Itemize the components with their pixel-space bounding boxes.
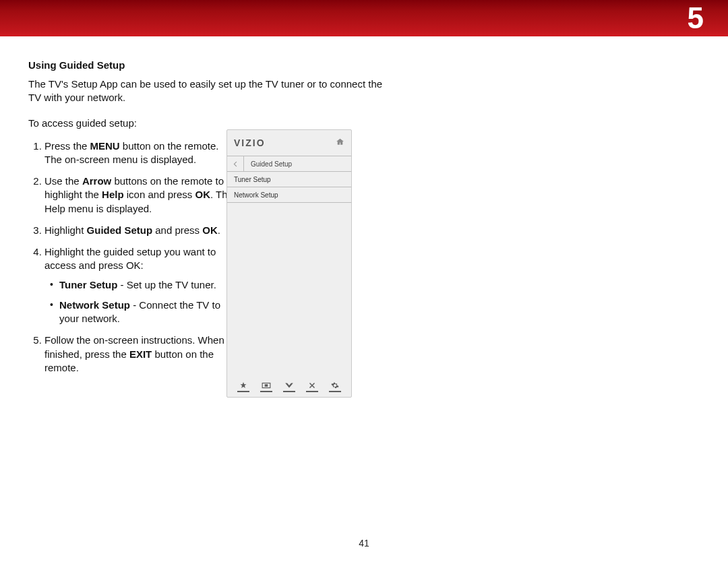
close-icon	[305, 381, 319, 392]
step-4: Highlight the guided setup you want to a…	[44, 245, 233, 325]
tv-menu-header: VIZIO	[227, 130, 351, 156]
section-title: Using Guided Setup	[28, 59, 446, 71]
section-lead: To access guided setup:	[28, 117, 446, 129]
bullet-tuner-setup: Tuner Setup - Set up the TV tuner.	[50, 278, 233, 292]
step-1: Press the MENU button on the remote. The…	[44, 139, 233, 167]
star-icon	[237, 381, 250, 392]
bullet-network-setup: Network Setup - Connect the TV to your n…	[50, 299, 233, 326]
home-icon	[336, 137, 344, 149]
menu-item-network-setup: Network Setup	[227, 187, 351, 203]
breadcrumb-row: Guided Setup	[227, 156, 351, 172]
svg-rect-1	[265, 385, 268, 386]
chapter-number: 5	[688, 1, 704, 35]
step-5: Follow the on-screen instructions. When …	[44, 334, 233, 375]
v-logo-icon	[282, 381, 296, 392]
menu-spacer	[227, 203, 351, 377]
steps-list: Press the MENU button on the remote. The…	[28, 139, 233, 375]
menu-item-tuner-setup: Tuner Setup	[227, 172, 351, 187]
step-4-bullets: Tuner Setup - Set up the TV tuner. Netwo…	[44, 278, 233, 326]
tv-menu-footer	[227, 377, 351, 397]
step-2: Use the Arrow buttons on the remote to h…	[44, 175, 233, 216]
back-icon	[227, 156, 244, 171]
rectangle-icon	[260, 381, 273, 392]
gear-icon	[328, 381, 342, 392]
breadcrumb-label: Guided Setup	[244, 160, 292, 168]
chapter-header-band: 5	[0, 0, 728, 36]
brand-logo: VIZIO	[234, 137, 266, 148]
page-number: 41	[0, 538, 728, 549]
section-intro: The TV's Setup App can be used to easily…	[28, 77, 392, 105]
tv-menu-illustration: VIZIO Guided Setup Tuner Setup Network S…	[226, 129, 352, 398]
step-3: Highlight Guided Setup and press OK.	[44, 224, 233, 237]
